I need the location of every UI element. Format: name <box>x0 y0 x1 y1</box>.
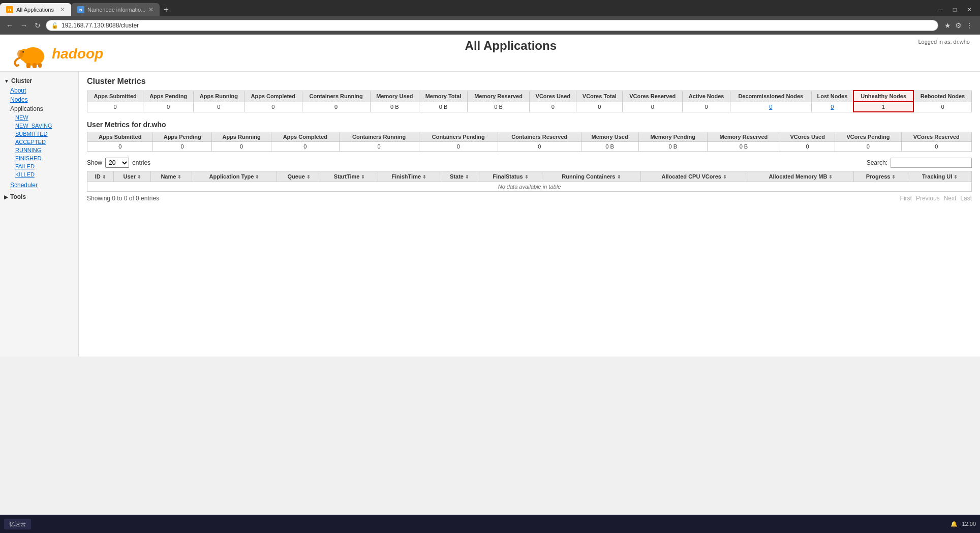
sidebar-item-killed[interactable]: KILLED <box>0 170 78 179</box>
url-bar[interactable]: 🔓 192.168.77.130:8088/cluster <box>46 20 938 31</box>
tab-all-applications[interactable]: H All Applications ✕ <box>0 3 71 16</box>
cluster-metric-value-13[interactable]: 0 <box>811 102 853 112</box>
cluster-metric-header-12: Decommissioned Nodes <box>730 91 811 102</box>
tab-bar: H All Applications ✕ N Namenode informat… <box>0 0 980 16</box>
app-header-9[interactable]: Running Containers ⇕ <box>542 171 640 182</box>
sidebar-item-submitted[interactable]: SUBMITTED <box>0 130 78 138</box>
entries-suffix: entries <box>132 159 150 166</box>
tab-close-2[interactable]: ✕ <box>148 6 154 13</box>
cluster-metric-header-9: VCores Total <box>576 91 623 102</box>
cluster-metric-value-4: 0 <box>302 102 370 112</box>
app-header-11[interactable]: Allocated Memory MB ⇕ <box>748 171 854 182</box>
sort-icon-4: ⇕ <box>307 174 311 180</box>
bookmark-star[interactable]: ★ <box>944 21 951 29</box>
cluster-metric-header-13: Lost Nodes <box>811 91 853 102</box>
maximize-button[interactable]: □ <box>949 5 961 14</box>
sidebar-item-accepted[interactable]: ACCEPTED <box>0 138 78 146</box>
scheduler-section: Scheduler <box>0 181 78 190</box>
app-header-13[interactable]: Tracking UI ⇕ <box>908 171 972 182</box>
sidebar-item-finished[interactable]: FINISHED <box>0 154 78 162</box>
tab-favicon-2: N <box>77 6 84 13</box>
cluster-metrics-header-row: Apps SubmittedApps PendingApps RunningAp… <box>87 91 972 102</box>
sort-icon-6: ⇕ <box>422 174 426 180</box>
app-header-8[interactable]: FinalStatus ⇕ <box>479 171 542 182</box>
app-header-5[interactable]: StartTime ⇕ <box>321 171 378 182</box>
page-links: FirstPreviousNextLast <box>900 195 972 202</box>
page-title: All Applications <box>465 39 557 52</box>
menu-icon[interactable]: ⋮ <box>966 21 973 29</box>
applications-table: ID ⇕User ⇕Name ⇕Application Type ⇕Queue … <box>87 171 972 192</box>
page-link-previous[interactable]: Previous <box>916 195 940 202</box>
app-header-1[interactable]: User ⇕ <box>114 171 151 182</box>
minimize-button[interactable]: ─ <box>934 5 947 14</box>
app-header-7[interactable]: State ⇕ <box>440 171 479 182</box>
svg-rect-4 <box>26 63 30 68</box>
app-header-4[interactable]: Queue ⇕ <box>277 171 321 182</box>
show-entries: Show 10202550100 entries <box>87 158 150 168</box>
user-metric-header-12: VCores Reserved <box>901 132 971 142</box>
user-metric-value-4: 0 <box>339 142 419 152</box>
sort-icon-5: ⇕ <box>361 174 365 180</box>
table-controls: Show 10202550100 entries Search: <box>87 158 972 168</box>
sort-icon-12: ⇕ <box>892 174 896 180</box>
hadoop-logo: hadoop <box>10 39 103 69</box>
sidebar-item-running[interactable]: RUNNING <box>0 146 78 154</box>
cluster-metric-value-12[interactable]: 0 <box>730 102 811 112</box>
search-bar: Search: <box>867 158 972 168</box>
user-metric-header-5: Containers Pending <box>419 132 498 142</box>
sort-icon-8: ⇕ <box>525 174 529 180</box>
sort-icon-0: ⇕ <box>102 174 106 180</box>
sidebar-item-new[interactable]: NEW <box>0 113 78 122</box>
app-header-0[interactable]: ID ⇕ <box>87 171 114 182</box>
user-metric-header-4: Containers Running <box>339 132 419 142</box>
user-metrics-header-row: Apps SubmittedApps PendingApps RunningAp… <box>87 132 972 142</box>
app-header-12[interactable]: Progress ⇕ <box>853 171 908 182</box>
user-metric-value-2: 0 <box>211 142 271 152</box>
page-header: hadoop All Applications Logged in as: dr… <box>0 35 980 72</box>
cluster-metrics-value-row: 000000 B0 B0 B00000010 <box>87 102 972 112</box>
user-metric-value-0: 0 <box>87 142 153 152</box>
tab-close-1[interactable]: ✕ <box>60 6 65 13</box>
page-link-first[interactable]: First <box>900 195 912 202</box>
main-layout: ▼ Cluster About Nodes Applications NEW N… <box>0 72 980 357</box>
cluster-metric-header-2: Apps Running <box>193 91 244 102</box>
forward-button[interactable]: → <box>18 20 29 31</box>
tab-favicon-1: H <box>6 6 13 13</box>
sidebar-item-failed[interactable]: FAILED <box>0 162 78 170</box>
cluster-metric-header-4: Containers Running <box>302 91 370 102</box>
app-table-header-row: ID ⇕User ⇕Name ⇕Application Type ⇕Queue … <box>87 171 972 182</box>
page-title-wrapper: All Applications <box>103 39 918 53</box>
tools-header[interactable]: ▶ Tools <box>0 192 78 202</box>
back-button[interactable]: ← <box>4 20 15 31</box>
app-header-6[interactable]: FinishTime ⇕ <box>378 171 440 182</box>
sort-icon-1: ⇕ <box>137 174 141 180</box>
cluster-metric-header-8: VCores Used <box>530 91 576 102</box>
app-header-2[interactable]: Name ⇕ <box>151 171 192 182</box>
user-metric-value-7: 0 B <box>581 142 638 152</box>
close-window-button[interactable]: ✕ <box>963 5 976 14</box>
sidebar-item-nodes[interactable]: Nodes <box>0 95 78 104</box>
user-metric-value-6: 0 <box>498 142 581 152</box>
user-metric-header-8: Memory Pending <box>638 132 707 142</box>
app-header-3[interactable]: Application Type ⇕ <box>192 171 277 182</box>
extensions-icon[interactable]: ⚙ <box>955 21 962 29</box>
user-metric-value-11: 0 <box>835 142 901 152</box>
sidebar-item-scheduler[interactable]: Scheduler <box>0 181 78 190</box>
sidebar-item-new-saving[interactable]: NEW_SAVING <box>0 122 78 130</box>
entries-select[interactable]: 10202550100 <box>105 158 129 168</box>
reload-button[interactable]: ↻ <box>33 20 43 31</box>
cluster-header[interactable]: ▼ Cluster <box>0 76 78 86</box>
cluster-metric-header-11: Active Nodes <box>683 91 730 102</box>
tab-namenode[interactable]: N Namenode informatio... ✕ <box>71 3 160 16</box>
cluster-metric-value-8: 0 <box>530 102 576 112</box>
search-input[interactable] <box>891 158 972 168</box>
content: Cluster Metrics Apps SubmittedApps Pendi… <box>79 72 980 357</box>
user-metric-header-6: Containers Reserved <box>498 132 581 142</box>
user-metric-header-7: Memory Used <box>581 132 638 142</box>
page-link-next[interactable]: Next <box>944 195 957 202</box>
new-tab-button[interactable]: + <box>160 5 172 14</box>
page-link-last[interactable]: Last <box>960 195 972 202</box>
app-header-10[interactable]: Allocated CPU VCores ⇕ <box>640 171 748 182</box>
url-text: 192.168.77.130:8088/cluster <box>62 22 139 29</box>
sidebar-item-about[interactable]: About <box>0 86 78 95</box>
